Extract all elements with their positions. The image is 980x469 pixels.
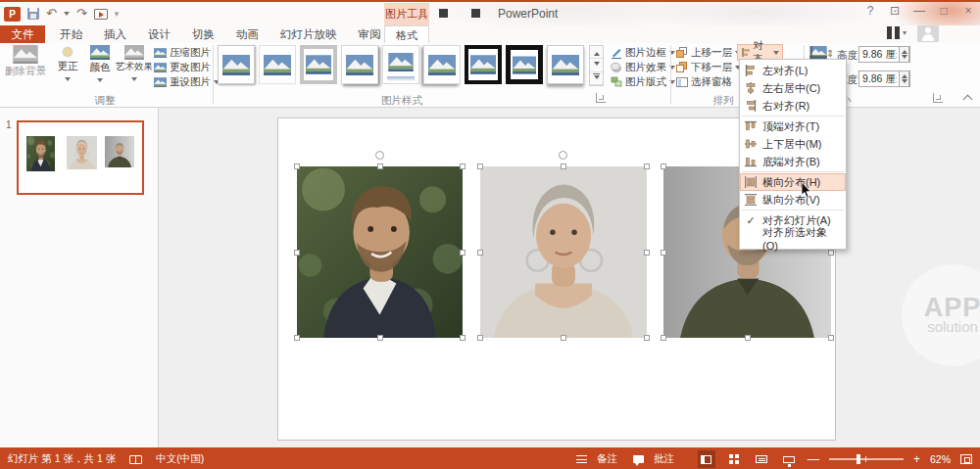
start-slideshow-icon[interactable] (94, 9, 108, 20)
rotation-handle[interactable] (375, 151, 384, 160)
tab-animations[interactable]: 动画 (225, 25, 270, 43)
tab-insert[interactable]: 插入 (93, 25, 137, 43)
zoom-slider-thumb[interactable] (857, 454, 860, 464)
help-button[interactable]: ? (862, 4, 878, 18)
gallery-more-button[interactable] (590, 72, 603, 85)
resize-handle[interactable] (561, 335, 566, 341)
tab-design[interactable]: 设计 (137, 25, 181, 43)
menu-item-align-top[interactable]: 顶端对齐(T) (740, 117, 846, 135)
user-avatar[interactable] (917, 25, 939, 42)
save-icon[interactable] (27, 8, 39, 20)
resize-handle[interactable] (561, 164, 566, 169)
artistic-effects-button[interactable]: 艺术效果 (116, 45, 153, 84)
photo-man-beard-selected[interactable] (297, 166, 463, 338)
resize-handle[interactable] (294, 335, 300, 341)
menu-item-align-middle[interactable]: 上下居中(M) (740, 135, 846, 153)
language-indicator[interactable]: 中文(中国) (156, 452, 204, 466)
resize-handle[interactable] (661, 250, 666, 256)
menu-item-align-bottom[interactable]: 底端对齐(B) (740, 153, 846, 170)
tab-file[interactable]: 文件 (0, 25, 45, 43)
picture-style-8[interactable] (506, 45, 543, 84)
zoom-out-button[interactable]: — (808, 454, 819, 464)
resize-handle[interactable] (828, 335, 834, 341)
picture-border-button[interactable]: 图片边框 (611, 46, 675, 60)
picture-effects-button[interactable]: 图片效果 (611, 61, 675, 74)
menu-item-align-left[interactable]: 左对齐(L) (740, 62, 846, 79)
resize-handle[interactable] (460, 164, 466, 169)
bring-forward-button[interactable]: 上移一层 (676, 46, 741, 60)
notes-button[interactable]: 备注 (597, 452, 617, 466)
picture-style-3[interactable] (300, 45, 337, 84)
picture-style-6[interactable] (423, 45, 461, 84)
resize-handle[interactable] (377, 164, 383, 169)
picture-layout-button[interactable]: 图片版式 (611, 75, 675, 89)
reading-view-button[interactable] (753, 450, 770, 468)
comments-button[interactable]: 批注 (654, 452, 674, 466)
picture-style-1[interactable] (218, 45, 255, 84)
resize-handle[interactable] (644, 164, 650, 169)
picture-styles-dialog-launcher[interactable] (596, 93, 606, 103)
tab-home[interactable]: 开始 (49, 25, 93, 43)
menu-item-align-center[interactable]: 左右居中(C) (740, 79, 846, 97)
undo-dropdown-icon[interactable] (64, 12, 70, 19)
gallery-scroll-down-button[interactable] (590, 59, 603, 71)
slide-thumbnail-pane[interactable]: 1 (0, 108, 159, 447)
zoom-percentage[interactable]: 62% (930, 453, 951, 465)
color-button[interactable]: 颜色 (85, 45, 115, 85)
menu-item-align-right[interactable]: 右对齐(R) (740, 97, 846, 115)
redo-icon[interactable]: ↷ (76, 7, 87, 21)
menu-item-distribute-horizontally-highlighted[interactable]: 横向分布(H) (740, 173, 846, 191)
ribbon-display-options-button[interactable]: ⊡ (887, 4, 903, 18)
size-dialog-launcher[interactable] (933, 93, 943, 103)
resize-handle[interactable] (644, 250, 650, 256)
resize-handle[interactable] (294, 250, 300, 256)
picture-style-2[interactable] (259, 45, 296, 84)
photo-woman-selected[interactable] (480, 166, 647, 338)
resize-handle[interactable] (294, 164, 300, 169)
tab-slideshow[interactable]: 幻灯片放映 (270, 25, 348, 43)
picture-style-5[interactable] (382, 45, 419, 84)
resize-handle[interactable] (460, 335, 466, 341)
fit-to-window-icon[interactable] (960, 454, 972, 464)
gallery-scroll-up-button[interactable] (590, 46, 603, 59)
width-spinner[interactable] (899, 70, 909, 87)
height-spinner[interactable] (899, 46, 909, 63)
close-button[interactable]: × (960, 4, 976, 18)
change-picture-button[interactable]: 更改图片 (154, 61, 211, 74)
undo-icon[interactable]: ↶ (46, 7, 57, 21)
resize-handle[interactable] (745, 335, 751, 341)
customize-qat-icon[interactable]: ▾ (115, 9, 119, 19)
corrections-button[interactable]: 更正 (53, 45, 82, 84)
menu-item-align-selected-objects[interactable]: 对齐所选对象(O) (740, 229, 846, 247)
send-backward-button[interactable]: 下移一层 (676, 61, 741, 74)
slide-1-thumbnail-selected[interactable] (17, 120, 144, 195)
slide-sorter-view-button[interactable] (725, 450, 743, 468)
crop-icon[interactable] (809, 46, 827, 59)
normal-view-button[interactable] (698, 450, 715, 468)
resize-handle[interactable] (477, 164, 483, 169)
resize-handle[interactable] (477, 250, 483, 256)
minimize-button[interactable]: — (911, 4, 927, 18)
resize-handle[interactable] (477, 335, 483, 341)
tab-transitions[interactable]: 切换 (181, 25, 225, 43)
resize-handle[interactable] (377, 335, 383, 341)
slideshow-view-button[interactable] (780, 450, 798, 468)
selection-pane-button[interactable]: 选择窗格 (676, 75, 732, 89)
picture-style-4[interactable] (341, 45, 378, 84)
reset-picture-button[interactable]: 重设图片 (154, 75, 220, 89)
rotation-handle[interactable] (559, 151, 567, 160)
resize-handle[interactable] (460, 250, 466, 256)
resize-handle[interactable] (644, 335, 650, 341)
resize-handle[interactable] (661, 335, 666, 341)
zoom-slider[interactable] (829, 458, 904, 460)
maximize-button[interactable]: □ (936, 4, 952, 18)
tab-format-selected[interactable]: 格式 (384, 25, 429, 44)
collapse-ribbon-icon[interactable] (963, 94, 973, 102)
proofing-icon[interactable] (129, 455, 142, 464)
compress-pictures-button[interactable]: 压缩图片 (154, 46, 211, 60)
picture-style-9[interactable] (547, 45, 584, 84)
picture-style-7[interactable] (465, 45, 502, 84)
remove-background-button[interactable]: 删除背景 (2, 45, 49, 78)
account-dropdown-icon[interactable]: ▾ (903, 28, 906, 37)
powerpoint-logo-icon[interactable]: P (4, 7, 21, 22)
